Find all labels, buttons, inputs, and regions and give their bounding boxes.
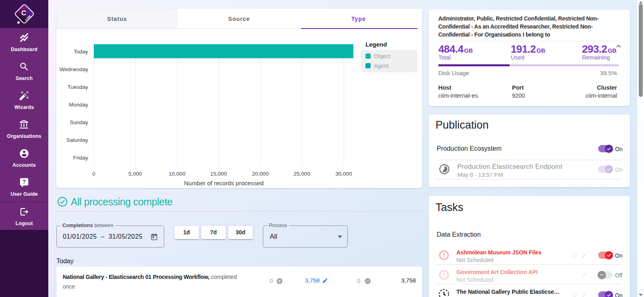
svg-text:?: ?: [23, 178, 26, 185]
